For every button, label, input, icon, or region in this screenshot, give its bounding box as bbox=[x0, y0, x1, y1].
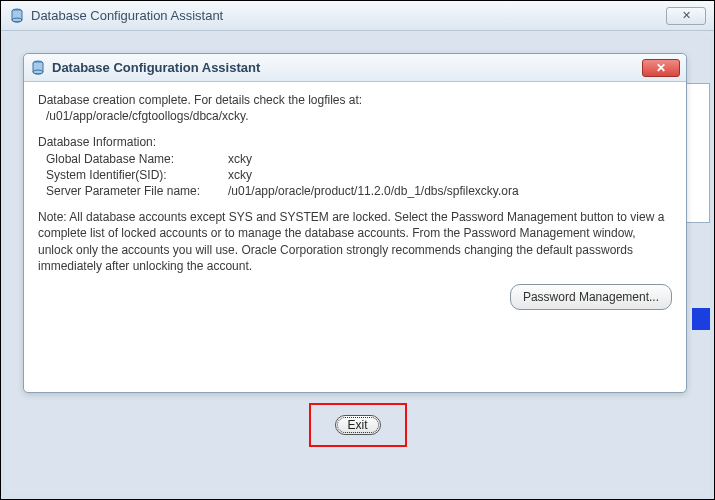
gdn-label: Global Database Name: bbox=[38, 151, 228, 167]
inner-close-button[interactable]: ✕ bbox=[642, 59, 680, 77]
creation-complete-text: Database creation complete. For details … bbox=[38, 92, 672, 124]
outer-body: Database Configuration Assistant ✕ Datab… bbox=[5, 33, 710, 495]
dialog-body: Database creation complete. For details … bbox=[24, 82, 686, 392]
database-icon bbox=[9, 8, 25, 24]
database-information: Database Information: Global Database Na… bbox=[38, 134, 672, 199]
outer-titlebar: Database Configuration Assistant ✕ bbox=[1, 1, 714, 31]
password-management-button[interactable]: Password Management... bbox=[510, 284, 672, 310]
sid-label: System Identifier(SID): bbox=[38, 167, 228, 183]
creation-logpath: /u01/app/oracle/cfgtoollogs/dbca/xcky. bbox=[38, 108, 672, 124]
close-icon: ✕ bbox=[656, 61, 666, 75]
note-text: Note: All database accounts except SYS a… bbox=[38, 209, 672, 274]
creation-line-1: Database creation complete. For details … bbox=[38, 92, 672, 108]
spfile-label: Server Parameter File name: bbox=[38, 183, 228, 199]
background-blue-strip bbox=[692, 308, 710, 330]
inner-dialog-title: Database Configuration Assistant bbox=[52, 60, 260, 75]
outer-close-button[interactable]: ✕ bbox=[666, 7, 706, 25]
exit-highlight-box: Exit bbox=[308, 403, 406, 447]
inner-dialog: Database Configuration Assistant ✕ Datab… bbox=[23, 53, 687, 393]
sid-value: xcky bbox=[228, 167, 672, 183]
close-icon: ✕ bbox=[682, 9, 691, 22]
info-heading: Database Information: bbox=[38, 134, 672, 150]
database-icon bbox=[30, 60, 46, 76]
exit-button[interactable]: Exit bbox=[334, 415, 380, 435]
outer-window-title: Database Configuration Assistant bbox=[31, 8, 223, 23]
inner-titlebar: Database Configuration Assistant ✕ bbox=[24, 54, 686, 82]
outer-window: Database Configuration Assistant ✕ Datab… bbox=[1, 1, 714, 499]
spfile-value: /u01/app/oracle/product/11.2.0/db_1/dbs/… bbox=[228, 183, 672, 199]
gdn-value: xcky bbox=[228, 151, 672, 167]
